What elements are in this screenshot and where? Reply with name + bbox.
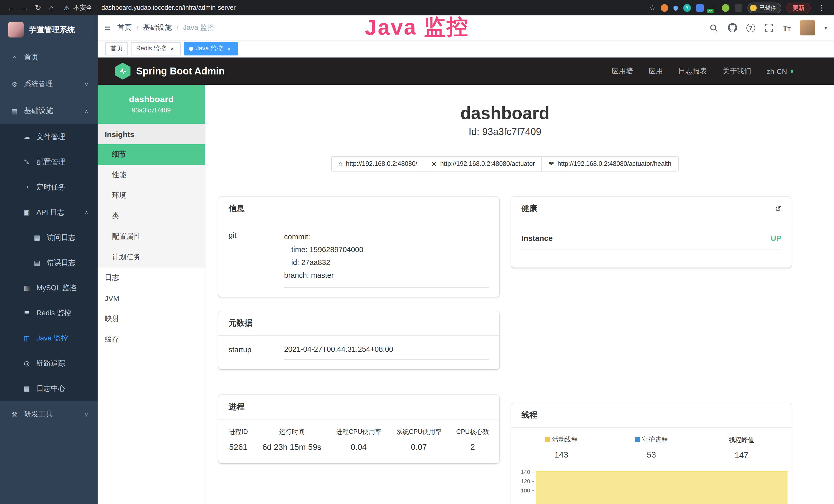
sidebar-item-config-mgmt[interactable]: ✎ 配置管理 <box>0 150 97 175</box>
app-logo[interactable]: 芋道管理系统 <box>0 16 97 44</box>
tool-icon: ⚒ <box>10 411 19 418</box>
help-icon[interactable]: ? <box>746 23 755 32</box>
extension-icon-6[interactable] <box>722 4 729 12</box>
breadcrumb-item-home[interactable]: 首页 <box>117 23 132 32</box>
security-label: 不安全 <box>73 3 92 12</box>
extension-icon-3[interactable]: Y <box>683 4 691 12</box>
y-tick-label: 140 <box>521 469 530 475</box>
refresh-icon[interactable]: ↻ <box>32 0 44 16</box>
sba-menu-details[interactable]: 细节 <box>97 144 205 165</box>
update-button[interactable]: 更新 <box>787 2 811 13</box>
browser-home-icon[interactable]: ⌂ <box>45 0 58 16</box>
sidebar-item-redis-monitor[interactable]: ≣ Redis 监控 <box>0 300 97 325</box>
sba-menu-section-insights[interactable]: Insights <box>97 124 205 144</box>
info-card-header: 信息 <box>218 197 499 221</box>
sidebar-item-log-center[interactable]: ▤ 日志中心 <box>0 376 97 401</box>
font-size-icon[interactable]: TT <box>783 23 791 32</box>
search-icon[interactable] <box>709 23 719 32</box>
sidebar-item-home[interactable]: ⌂ 首页 <box>0 44 97 71</box>
sba-nav-applications[interactable]: 应用 <box>649 67 663 76</box>
history-icon[interactable]: ↺ <box>775 204 781 213</box>
sba-menu-config-props[interactable]: 配置属性 <box>97 226 205 247</box>
profile-paused-badge[interactable]: 已暂停 <box>747 2 781 13</box>
sidebar-item-file-mgmt[interactable]: ☁ 文件管理 <box>0 124 97 150</box>
bookmark-star-icon[interactable]: ☆ <box>649 4 656 12</box>
health-instance-row: Instance UP <box>521 231 781 250</box>
main-column: ≡ 首页 / 基础设施 / Java 监控 Java 监控 ? <box>97 16 834 504</box>
cards-right-column: 健康 ↺ Instance UP <box>511 197 792 504</box>
y-tick-label: 100 <box>521 487 530 494</box>
sidebar-item-label: 配置管理 <box>37 157 65 167</box>
extension-icon-1[interactable] <box>661 4 668 12</box>
extensions-puzzle-icon[interactable] <box>734 4 742 12</box>
sidebar-item-label: 研发工具 <box>24 410 53 419</box>
sidebar-item-access-logs[interactable]: ▤ 访问日志 <box>0 225 97 250</box>
y-tick-label: 120 <box>521 478 530 484</box>
sidebar-item-scheduled-tasks[interactable]: ◔ 定时任务 <box>0 175 97 200</box>
sba-locale-select[interactable]: zh-CN ∨ <box>767 67 794 75</box>
sidebar-item-java-monitor[interactable]: ◫ Java 监控 <box>0 325 97 351</box>
home-icon: ⌂ <box>10 54 19 61</box>
sidebar-item-label: 文件管理 <box>37 132 65 141</box>
health-url-link[interactable]: ❤ http://192.168.0.2:48080/actuator/heal… <box>542 156 679 171</box>
link-url: http://192.168.0.2:48080/ <box>346 160 417 167</box>
breadcrumb-separator: / <box>136 24 138 32</box>
link-url: http://192.168.0.2:48080/actuator <box>440 160 535 167</box>
sidebar-item-trace[interactable]: ◎ 链路追踪 <box>0 351 97 376</box>
page-title: dashboard <box>218 103 792 123</box>
sba-brand[interactable]: Spring Boot Admin <box>136 66 225 77</box>
tab-redis-monitor[interactable]: Redis 监控 × <box>131 42 181 55</box>
extension-icon-2[interactable] <box>673 4 679 11</box>
user-avatar[interactable] <box>800 20 815 36</box>
close-icon[interactable]: × <box>225 45 233 52</box>
breadcrumb-item-infrastructure[interactable]: 基础设施 <box>143 23 172 32</box>
tab-java-monitor[interactable]: Java 监控 × <box>184 42 238 55</box>
extension-icon-4[interactable] <box>696 4 704 12</box>
sidebar-item-mysql-monitor[interactable]: ▦ MySQL 监控 <box>0 275 97 300</box>
back-icon[interactable]: ← <box>5 0 18 16</box>
process-col-cpu-cores: CPU核心数 2 <box>456 428 489 452</box>
extension-icon-5[interactable]: on <box>709 4 717 12</box>
sba-nav-journal[interactable]: 日志报表 <box>678 67 707 76</box>
avatar-caret-icon[interactable]: ▾ <box>825 25 827 30</box>
sba-nav-wallboard[interactable]: 应用墙 <box>612 67 633 76</box>
sidebar-item-error-logs[interactable]: ▤ 错误日志 <box>0 250 97 275</box>
sba-menu-mappings[interactable]: 映射 <box>97 308 205 329</box>
breadcrumb-separator: / <box>176 24 178 32</box>
hamburger-icon[interactable]: ≡ <box>97 22 117 33</box>
sba-menu-jvm[interactable]: JVM <box>97 288 205 308</box>
tab-label: Redis 监控 <box>136 44 166 53</box>
fullscreen-icon[interactable] <box>764 23 773 32</box>
sba-nav-about[interactable]: 关于我们 <box>723 67 751 76</box>
browser-menu-icon[interactable]: ⋮ <box>816 4 827 12</box>
github-icon[interactable] <box>728 23 737 32</box>
sidebar-item-dev-tools[interactable]: ⚒ 研发工具 ∨ <box>0 401 97 428</box>
sidebar-item-infrastructure[interactable]: ▤ 基础设施 ∧ <box>0 97 97 124</box>
service-url-link[interactable]: ⌂ http://192.168.0.2:48080/ <box>331 156 424 171</box>
active-tab-dot <box>189 46 193 51</box>
sba-nav: 应用墙 应用 日志报表 关于我们 zh-CN ∨ <box>612 67 794 76</box>
sba-menu-performance[interactable]: 性能 <box>97 165 205 185</box>
forward-icon[interactable]: → <box>19 0 31 16</box>
header-actions: ? TT ▾ <box>709 20 834 36</box>
actuator-url-link[interactable]: ⚒ http://192.168.0.2:48080/actuator <box>424 156 542 171</box>
active-threads-swatch <box>545 437 550 442</box>
sba-menu-classes[interactable]: 类 <box>97 206 205 226</box>
sba-menu-environment[interactable]: 环境 <box>97 185 205 206</box>
address-bar[interactable]: ⚠ 不安全 | dashboard.yudao.iocoder.cn/infra… <box>64 3 648 12</box>
sba-logo-icon <box>115 63 130 79</box>
sba-menu-caches[interactable]: 缓存 <box>97 329 205 350</box>
sidebar-item-system-mgmt[interactable]: ⚙ 系统管理 ∨ <box>0 71 97 97</box>
health-card-title: 健康 <box>521 203 537 214</box>
health-card-header: 健康 ↺ <box>511 197 792 221</box>
threads-card: 线程 活动线程 143 守护进程 <box>511 403 792 504</box>
sidebar-item-label: MySQL 监控 <box>37 283 76 293</box>
close-icon[interactable]: × <box>169 45 176 52</box>
sidebar-item-api-logs[interactable]: ▣ API 日志 ∧ <box>0 200 97 225</box>
sba-instance-header[interactable]: dashboard 93a3fc7f7409 <box>97 85 205 124</box>
sba-menu-logs[interactable]: 日志 <box>97 268 205 288</box>
sidebar-item-label: 定时任务 <box>37 183 65 192</box>
metadata-card-title: 元数据 <box>228 318 253 329</box>
sba-menu-scheduled-tasks[interactable]: 计划任务 <box>97 247 205 268</box>
tab-home[interactable]: 首页 <box>105 42 128 55</box>
